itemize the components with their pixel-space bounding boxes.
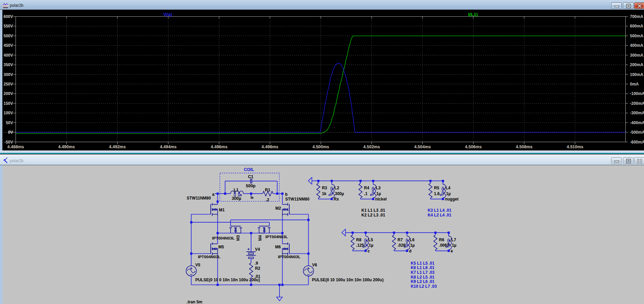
- svg-text:400V: 400V: [3, 53, 13, 58]
- svg-text:50V: 50V: [6, 120, 13, 125]
- svg-text:COIL: COIL: [244, 167, 254, 172]
- svg-text:150V: 150V: [3, 101, 13, 106]
- svg-text:550V: 550V: [3, 24, 13, 28]
- svg-text:.2: .2: [266, 197, 269, 202]
- svg-text:K5 L1 L5 .01: K5 L1 L5 .01: [411, 261, 434, 266]
- svg-text:IPT004N03L: IPT004N03L: [198, 254, 220, 259]
- svg-text:-50V: -50V: [4, 140, 13, 145]
- svg-text:.125: .125: [356, 243, 364, 248]
- svg-text:250V: 250V: [3, 82, 13, 87]
- svg-text:1µ: 1µ: [446, 191, 451, 196]
- svg-text:-300mA: -300mA: [630, 111, 644, 115]
- svg-text:4.500ms: 4.500ms: [312, 145, 329, 149]
- svg-text:1µ: 1µ: [369, 243, 374, 248]
- svg-text:4.488ms: 4.488ms: [7, 145, 24, 149]
- svg-text:300V: 300V: [3, 72, 13, 77]
- svg-text:0mA: 0mA: [630, 82, 639, 87]
- svg-text:4.496ms: 4.496ms: [211, 145, 227, 149]
- svg-text:g: g: [249, 196, 253, 199]
- svg-text:500V: 500V: [3, 34, 13, 38]
- svg-text:IPT004N03L: IPT004N03L: [266, 234, 288, 239]
- svg-text:500p: 500p: [246, 184, 256, 188]
- svg-text:-500mA: -500mA: [630, 130, 644, 135]
- svg-text:300µ: 300µ: [335, 191, 344, 196]
- svg-text:600mA: 600mA: [630, 24, 644, 28]
- svg-text:4.506ms: 4.506ms: [465, 145, 482, 149]
- svg-text:e: e: [451, 249, 453, 253]
- svg-text:700mA: 700mA: [630, 14, 644, 19]
- svg-text:200mA: 200mA: [630, 62, 644, 67]
- svg-text:0V: 0V: [8, 130, 13, 135]
- svg-text:K10 L2 L7 .03: K10 L2 L7 .03: [411, 284, 437, 289]
- svg-text:R4: R4: [364, 186, 370, 190]
- svg-text:4.494ms: 4.494ms: [160, 145, 176, 149]
- svg-text:300mA: 300mA: [630, 53, 644, 58]
- svg-text:4.502ms: 4.502ms: [363, 145, 380, 149]
- svg-text:L3: L3: [376, 186, 380, 190]
- svg-text:4.490ms: 4.490ms: [58, 145, 75, 149]
- svg-text:K6 L1 L6 .01: K6 L1 L6 .01: [411, 265, 434, 270]
- svg-text:350V: 350V: [3, 62, 13, 67]
- svg-text:M2: M2: [275, 206, 281, 211]
- svg-text:PULSE(0 10 0 10n 10n 100u 200u: PULSE(0 10 0 10n 10n 100u 200u): [195, 278, 260, 282]
- svg-text:M5: M5: [219, 245, 224, 249]
- svg-text:R7: R7: [398, 238, 403, 242]
- svg-text:V4: V4: [255, 247, 260, 252]
- svg-text:V5: V5: [195, 263, 200, 267]
- svg-text:1.6: 1.6: [434, 191, 440, 196]
- svg-text:R5: R5: [434, 186, 439, 190]
- svg-text:450V: 450V: [3, 43, 13, 48]
- svg-text:L2: L2: [334, 186, 339, 190]
- svg-text:K8 L2 L5 .01: K8 L2 L5 .01: [411, 275, 434, 280]
- svg-text:c: c: [368, 249, 370, 253]
- svg-text:.028: .028: [398, 243, 406, 248]
- svg-text:.01: .01: [255, 274, 261, 279]
- svg-text:.1: .1: [364, 191, 368, 196]
- svg-text:IPT004N03L: IPT004N03L: [212, 236, 234, 240]
- svg-text:K1 L1 L3 .01: K1 L1 L3 .01: [361, 208, 385, 213]
- svg-text:600V: 600V: [3, 14, 13, 19]
- svg-text:V(a): V(a): [163, 12, 172, 17]
- svg-text:R2: R2: [255, 266, 261, 271]
- svg-text:R3: R3: [322, 186, 327, 190]
- svg-text:STW11NM80: STW11NM80: [285, 197, 310, 202]
- svg-text:1µ: 1µ: [376, 191, 381, 196]
- svg-text:4.504ms: 4.504ms: [414, 145, 431, 149]
- svg-text:100V: 100V: [3, 111, 13, 115]
- svg-text:M6: M6: [275, 245, 281, 249]
- svg-text:STW11NM80: STW11NM80: [187, 196, 211, 201]
- svg-text:100mA: 100mA: [630, 72, 644, 77]
- svg-text:M3: M3: [236, 235, 241, 241]
- svg-text:L5: L5: [368, 238, 373, 242]
- svg-text:C1: C1: [248, 174, 253, 179]
- svg-text:I(L1): I(L1): [468, 12, 478, 17]
- svg-text:K4 L2 L4 .01: K4 L2 L4 .01: [428, 213, 451, 217]
- svg-text:R1: R1: [265, 188, 270, 192]
- svg-text:1µ: 1µ: [452, 243, 457, 248]
- svg-text:-200mA: -200mA: [630, 101, 644, 106]
- svg-text:nickel: nickel: [375, 197, 387, 202]
- svg-text:-400mA: -400mA: [630, 120, 644, 125]
- svg-text:300µ: 300µ: [232, 196, 241, 201]
- svg-text:PULSE(0 10 100u 10n 10n 100u 2: PULSE(0 10 100u 10n 10n 100u 200u): [312, 278, 383, 282]
- svg-text:R8: R8: [356, 238, 361, 242]
- svg-text:K9 L2 L6 .01: K9 L2 L6 .01: [411, 279, 434, 284]
- svg-text:4.492ms: 4.492ms: [109, 145, 126, 149]
- svg-text:L6: L6: [410, 238, 414, 242]
- svg-text:.9: .9: [255, 261, 258, 266]
- svg-text:-600mA: -600mA: [630, 140, 644, 145]
- svg-text:4.508ms: 4.508ms: [516, 145, 533, 149]
- svg-text:b: b: [285, 192, 288, 197]
- svg-text:1k: 1k: [322, 191, 327, 196]
- svg-text:K2 L2 L3 .01: K2 L2 L3 .01: [361, 213, 385, 217]
- svg-text:.0067: .0067: [439, 243, 449, 248]
- svg-text:a: a: [212, 192, 215, 197]
- svg-text:K7 L1 L7 .03: K7 L1 L7 .03: [411, 270, 434, 275]
- svg-text:V6: V6: [312, 263, 317, 267]
- svg-text:4.510ms: 4.510ms: [567, 145, 583, 149]
- svg-text:1µ: 1µ: [410, 243, 415, 248]
- svg-text:Rx: Rx: [334, 197, 339, 202]
- svg-text:200V: 200V: [3, 91, 13, 96]
- svg-text:500mA: 500mA: [630, 34, 644, 38]
- svg-text:K3 L1 L4 .01: K3 L1 L4 .01: [428, 208, 451, 213]
